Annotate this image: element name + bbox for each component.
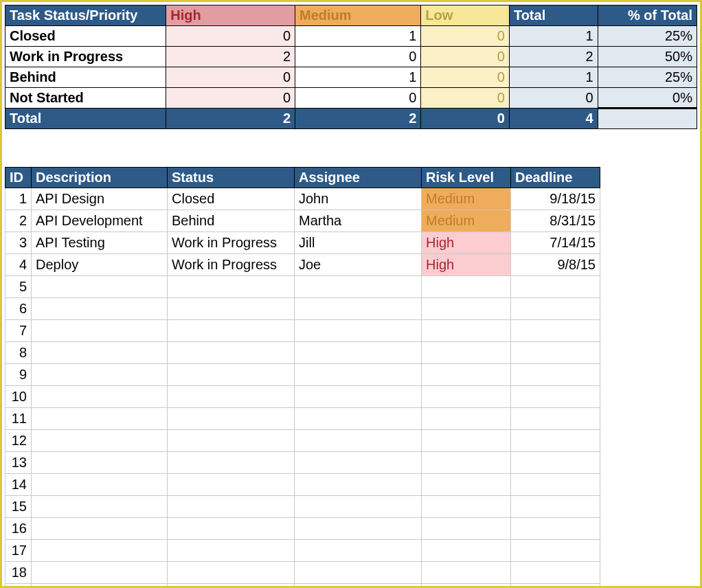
task-desc[interactable]: Deploy — [32, 254, 168, 276]
task-deadline[interactable] — [511, 452, 600, 474]
task-deadline[interactable] — [511, 430, 600, 452]
summary-cell[interactable]: 0 — [166, 88, 295, 109]
task-risk[interactable] — [422, 452, 511, 474]
task-risk[interactable] — [422, 364, 511, 386]
task-deadline[interactable] — [511, 496, 600, 518]
task-assignee[interactable] — [295, 276, 422, 298]
task-assignee[interactable] — [295, 430, 422, 452]
task-desc[interactable] — [32, 320, 168, 342]
summary-cell[interactable]: 1 — [509, 67, 598, 88]
summary-label[interactable]: Behind — [5, 67, 166, 88]
task-deadline[interactable] — [511, 298, 600, 320]
task-desc[interactable] — [32, 276, 168, 298]
task-risk[interactable] — [422, 408, 511, 430]
summary-cell[interactable]: 0 — [295, 47, 421, 67]
task-risk[interactable] — [422, 474, 511, 496]
task-deadline[interactable]: 7/14/15 — [511, 232, 600, 254]
summary-cell[interactable]: 2 — [166, 47, 295, 67]
task-deadline[interactable] — [511, 320, 600, 342]
task-status[interactable] — [168, 320, 295, 342]
task-id[interactable]: 10 — [5, 386, 32, 408]
task-risk[interactable] — [422, 518, 511, 540]
task-deadline[interactable] — [511, 342, 600, 364]
task-id[interactable]: 5 — [5, 276, 32, 298]
task-assignee[interactable]: Joe — [295, 254, 422, 276]
summary-cell[interactable]: 2 — [509, 47, 598, 67]
task-deadline[interactable] — [511, 474, 600, 496]
task-assignee[interactable] — [295, 298, 422, 320]
summary-cell[interactable]: 0 — [295, 88, 421, 109]
summary-cell[interactable]: 0% — [598, 88, 697, 109]
task-hdr-status[interactable]: Status — [168, 168, 295, 188]
task-hdr-id[interactable]: ID — [5, 168, 32, 188]
task-desc[interactable] — [32, 540, 168, 562]
footer-cell[interactable]: 2 — [166, 109, 295, 129]
task-id[interactable]: 2 — [5, 210, 32, 232]
task-id[interactable]: 18 — [5, 562, 32, 584]
task-risk[interactable] — [422, 276, 511, 298]
task-id[interactable]: 9 — [5, 364, 32, 386]
summary-cell[interactable]: 0 — [509, 88, 598, 109]
task-status[interactable] — [168, 518, 295, 540]
task-risk[interactable] — [422, 562, 511, 584]
task-desc[interactable] — [32, 452, 168, 474]
task-desc[interactable] — [32, 408, 168, 430]
task-assignee[interactable] — [295, 562, 422, 584]
task-id[interactable]: 16 — [5, 518, 32, 540]
task-desc[interactable] — [32, 474, 168, 496]
task-assignee[interactable] — [295, 584, 422, 589]
task-deadline[interactable] — [511, 386, 600, 408]
task-id[interactable]: 3 — [5, 232, 32, 254]
task-id[interactable]: 8 — [5, 342, 32, 364]
task-deadline[interactable] — [511, 408, 600, 430]
task-risk[interactable] — [422, 584, 511, 589]
task-risk[interactable] — [422, 342, 511, 364]
task-risk[interactable] — [422, 430, 511, 452]
task-id[interactable]: 7 — [5, 320, 32, 342]
task-deadline[interactable]: 9/8/15 — [511, 254, 600, 276]
task-status[interactable]: Closed — [168, 188, 295, 210]
task-hdr-risk[interactable]: Risk Level — [422, 168, 511, 188]
hdr-task-status[interactable]: Task Status/Priority — [5, 5, 166, 26]
footer-cell[interactable]: 0 — [421, 109, 510, 129]
task-id[interactable]: 11 — [5, 408, 32, 430]
task-assignee[interactable] — [295, 408, 422, 430]
task-status[interactable] — [168, 386, 295, 408]
task-desc[interactable] — [32, 298, 168, 320]
summary-cell[interactable]: 0 — [421, 88, 510, 109]
task-deadline[interactable] — [511, 562, 600, 584]
task-assignee[interactable] — [295, 386, 422, 408]
summary-label[interactable]: Not Started — [5, 88, 166, 109]
task-status[interactable]: Behind — [168, 210, 295, 232]
summary-cell[interactable]: 1 — [509, 26, 598, 47]
footer-cell[interactable]: 2 — [295, 109, 421, 129]
task-desc[interactable] — [32, 518, 168, 540]
hdr-medium[interactable]: Medium — [295, 5, 421, 26]
task-id[interactable]: 17 — [5, 540, 32, 562]
task-hdr-deadline[interactable]: Deadline — [511, 168, 600, 188]
summary-cell[interactable]: 1 — [295, 67, 421, 88]
task-desc[interactable]: API Testing — [32, 232, 168, 254]
task-id[interactable]: 12 — [5, 430, 32, 452]
task-id[interactable]: 6 — [5, 298, 32, 320]
summary-label[interactable]: Closed — [5, 26, 166, 47]
task-status[interactable] — [168, 408, 295, 430]
task-deadline[interactable] — [511, 518, 600, 540]
task-assignee[interactable] — [295, 452, 422, 474]
task-risk[interactable] — [422, 320, 511, 342]
hdr-pct[interactable]: % of Total — [598, 5, 697, 26]
task-risk[interactable]: High — [422, 254, 511, 276]
task-status[interactable] — [168, 496, 295, 518]
summary-cell[interactable]: 0 — [166, 26, 295, 47]
task-deadline[interactable]: 8/31/15 — [511, 210, 600, 232]
task-assignee[interactable] — [295, 364, 422, 386]
task-risk[interactable] — [422, 298, 511, 320]
task-desc[interactable] — [32, 562, 168, 584]
summary-label[interactable]: Work in Progress — [5, 47, 166, 67]
summary-cell[interactable]: 25% — [598, 67, 697, 88]
task-deadline[interactable] — [511, 584, 600, 589]
footer-cell[interactable]: 4 — [509, 109, 598, 129]
task-hdr-desc[interactable]: Description — [32, 168, 168, 188]
task-status[interactable]: Work in Progress — [168, 254, 295, 276]
task-status[interactable] — [168, 276, 295, 298]
